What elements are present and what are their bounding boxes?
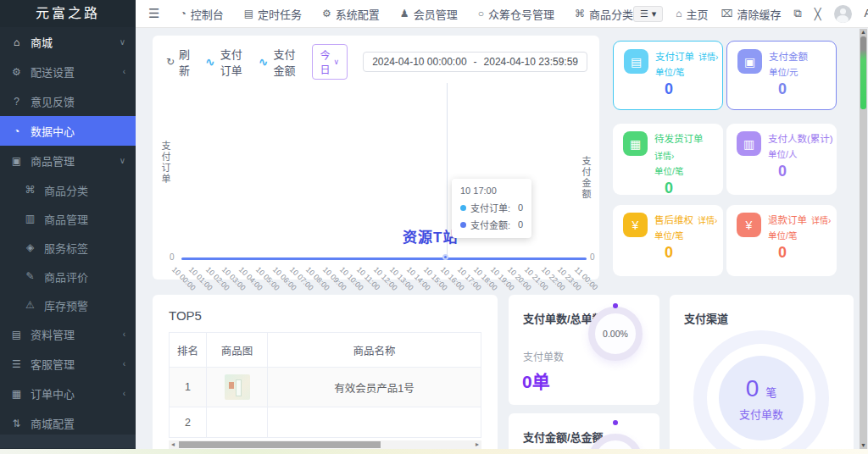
- details-link[interactable]: 详情›: [654, 149, 674, 162]
- scrollbar-thumb[interactable]: [860, 36, 866, 109]
- scroll-right-arrow-icon[interactable]: ▸: [473, 440, 481, 449]
- scroll-up-arrow-icon[interactable]: ▲: [860, 29, 867, 36]
- order-icon: ▤: [624, 49, 648, 74]
- trash-icon: ⌧: [721, 8, 733, 19]
- card-value: 0: [624, 80, 714, 98]
- sidebar-item-data-center[interactable]: ◔ 数据中心: [0, 116, 136, 146]
- nav-link-crowdfund-warehouse[interactable]: ○ 众筹仓号管理: [478, 6, 554, 22]
- date-range-input[interactable]: 2024-04-10 00:00:00 - 2024-04-10 23:59:5…: [363, 52, 587, 72]
- nav-link-label: 控制台: [191, 6, 224, 22]
- nav-link-system-config[interactable]: ⚙ 系统配置: [322, 6, 380, 22]
- chevron-down-icon: ∨: [120, 156, 125, 165]
- sidebar: 元富之路 ⌂ 商城 ∨ ⚙ 配送设置 ‹ ? 意见反馈 ◔ 数据中心 ▣ 商品管…: [0, 0, 136, 454]
- stat-card-pay-orders[interactable]: ▤ 支付订单 详情› 单位/笔 0: [613, 41, 723, 110]
- details-link[interactable]: 详情›: [698, 213, 717, 226]
- card-value: 0: [737, 80, 827, 98]
- sidebar-item-product-management[interactable]: ▣ 商品管理 ∨: [0, 146, 136, 175]
- date-preset-button[interactable]: 今日 ∨: [312, 44, 348, 80]
- nav-link-label: 众筹仓号管理: [488, 6, 554, 22]
- sidebar-item-mall[interactable]: ⌂ 商城 ∨: [0, 27, 136, 57]
- sitemap-icon: ⌘: [575, 8, 585, 19]
- nav-link-label: 商品分类: [589, 6, 633, 22]
- wave-line-icon: ∿: [205, 55, 215, 69]
- card-value: 0: [737, 163, 828, 180]
- y-axis-label-left: 支付订单: [159, 141, 172, 185]
- card-title: 支付金额: [769, 49, 808, 63]
- scrollbar-thumb[interactable]: [179, 441, 381, 448]
- column-header-rank: 排名: [169, 333, 206, 367]
- tooltip-row: 支付订单: 0: [460, 201, 523, 214]
- panel-title: 支付金额/总金额: [523, 429, 604, 445]
- caret-down-icon: ▾: [652, 8, 657, 19]
- tasks-icon: ▤: [244, 8, 253, 19]
- sidebar-item-product-reviews[interactable]: ✎ 商品评价: [0, 262, 136, 291]
- rank-cell: 2: [169, 407, 206, 437]
- highlighted-data-point: [442, 254, 448, 260]
- sidebar-item-label: 配送设置: [31, 64, 75, 80]
- sidebar-item-data-management[interactable]: ▤ 资料管理 ‹: [0, 319, 136, 349]
- refresh-button[interactable]: ↻ 刷新: [166, 46, 190, 78]
- scrollbar-track[interactable]: [177, 441, 473, 448]
- sidebar-item-service-tags[interactable]: ◈ 服务标签: [0, 233, 136, 262]
- chart-toolbar: ↻ 刷新 ∿ 支付订单 ∿ 支付金额 今日 ∨ 2024-04-10 00:00…: [153, 36, 599, 83]
- nav-menu-button[interactable]: ☰ ▾: [633, 6, 663, 22]
- fullscreen-icon[interactable]: ╳: [815, 8, 821, 20]
- hamburger-icon[interactable]: ☰: [148, 6, 159, 21]
- scroll-down-arrow-icon[interactable]: ▼: [860, 442, 867, 449]
- sidebar-item-stock-alert[interactable]: ⚠ 库存预警: [0, 291, 136, 319]
- percent-value: 0.00%: [603, 329, 628, 339]
- stat-card-refund-orders[interactable]: ¥ 退款订单 详情› 单位/笔 0: [726, 205, 837, 276]
- sidebar-item-label: 订单中心: [31, 385, 75, 401]
- home-icon: ⌂: [10, 36, 23, 48]
- sidebar-item-mall-config[interactable]: ⇅ 商城配置: [0, 408, 136, 438]
- legend-pay-orders[interactable]: ∿ 支付订单: [205, 46, 243, 78]
- chevron-left-icon: ‹: [123, 359, 125, 368]
- card-value: 0: [623, 244, 715, 262]
- sidebar-item-label: 商品分类: [44, 182, 88, 198]
- horizontal-scrollbar[interactable]: ◂ ▸: [169, 440, 481, 449]
- refresh-label: 刷新: [179, 46, 190, 78]
- dashboard-icon: ◔: [10, 125, 23, 137]
- sidebar-item-feedback[interactable]: ? 意见反馈: [0, 86, 136, 116]
- column-header-name: 商品名称: [267, 333, 481, 367]
- nav-link-console[interactable]: ◔ 控制台: [180, 6, 223, 22]
- sidebar-item-product-categories[interactable]: ⌘ 商品分类: [0, 175, 136, 204]
- nav-link-product-categories[interactable]: ⌘ 商品分类: [575, 6, 633, 22]
- nav-link-scheduled-tasks[interactable]: ▤ 定时任务: [244, 6, 302, 22]
- nav-link-member-management[interactable]: ♟ 会员管理: [400, 6, 458, 22]
- stat-card-pay-amount[interactable]: ▣ 支付金额 单位/元 0: [726, 41, 837, 110]
- dashboard-icon: ◔: [180, 8, 186, 19]
- circle-icon: ○: [478, 8, 484, 19]
- stat-card-after-sales[interactable]: ¥ 售后维权 详情› 单位/笔 0: [613, 205, 723, 276]
- nav-link-homepage[interactable]: ⌂ 主页: [676, 6, 708, 22]
- nav-link-clear-cache[interactable]: ⌧ 清除缓存: [721, 6, 782, 22]
- channel-unit: 笔: [765, 384, 776, 400]
- stat-card-paying-users[interactable]: ▥ 支付人数(累计) 单位/人 0: [726, 124, 837, 195]
- rank-cell: 1: [169, 368, 206, 407]
- date-separator: -: [474, 56, 477, 68]
- legend-label: 支付金额: [274, 46, 297, 78]
- top5-products-panel: TOP5 排名 商品图 商品名称 1 有效会员产品1号 2 ◂ ▸: [153, 295, 498, 454]
- nav-link-label: 主页: [687, 6, 709, 22]
- sidebar-item-order-center[interactable]: ▦ 订单中心 ‹: [0, 379, 136, 408]
- legend-pay-amount[interactable]: ∿ 支付金额: [259, 46, 297, 78]
- sidebar-item-product-admin[interactable]: ▥ 商品管理: [0, 204, 136, 233]
- card-title: 待发货订单: [654, 131, 704, 145]
- copy-page-icon[interactable]: ⧉: [793, 7, 801, 20]
- username[interactable]: Admin: [865, 8, 868, 19]
- avatar[interactable]: [834, 5, 852, 23]
- nav-link-label: 清除缓存: [737, 6, 781, 22]
- stat-card-pending-shipment[interactable]: ▦ 待发货订单 详情› 单位/笔 0: [613, 124, 723, 195]
- line-chart[interactable]: 支付订单 支付金额 0 0 资源T站 10 17:00 支付订单: 0 支付金额…: [153, 83, 599, 291]
- tooltip-label: 支付订单:: [470, 201, 510, 214]
- sidebar-item-delivery-settings[interactable]: ⚙ 配送设置 ‹: [0, 57, 136, 86]
- sidebar-item-customer-service[interactable]: ☰ 客服管理 ‹: [0, 349, 136, 379]
- legend-label: 支付订单: [220, 46, 243, 78]
- card-unit: 单位/元: [769, 65, 827, 78]
- sidebar-item-label: 资料管理: [31, 326, 75, 342]
- details-link[interactable]: 详情›: [811, 213, 831, 226]
- vertical-scrollbar[interactable]: ▲ ▼: [860, 29, 867, 449]
- details-link[interactable]: 详情›: [698, 50, 718, 63]
- chart-tooltip: 10 17:00 支付订单: 0 支付金额: 0: [452, 179, 531, 238]
- scroll-left-arrow-icon[interactable]: ◂: [169, 440, 177, 449]
